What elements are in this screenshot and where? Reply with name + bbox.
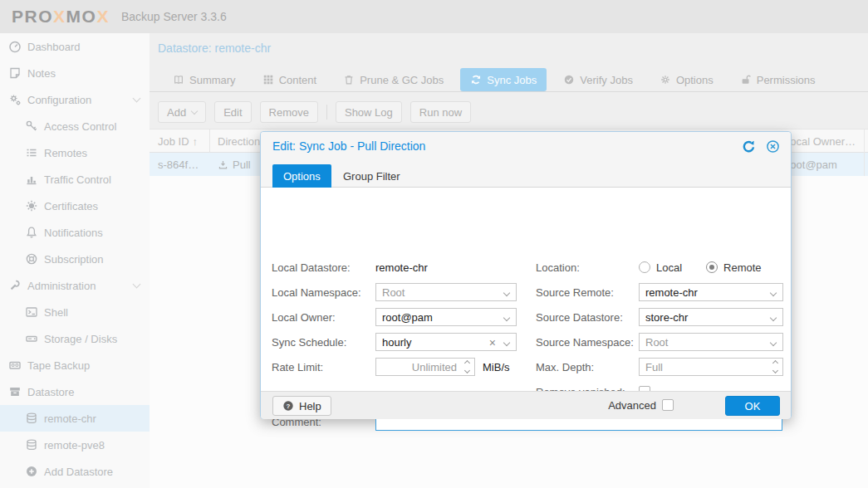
- column-header-job-id[interactable]: Job ID ↑: [150, 129, 209, 153]
- sidebar-item-access-control[interactable]: Access Control: [0, 113, 150, 139]
- svg-text:?: ?: [287, 403, 291, 410]
- tab-permissions[interactable]: Permissions: [730, 68, 826, 91]
- max-depth-label: Max. Depth:: [536, 361, 639, 373]
- book-icon: [173, 74, 184, 85]
- rate-limit-field[interactable]: [375, 358, 475, 376]
- sidebar-item-remote-pve8[interactable]: remote-pve8: [0, 432, 150, 458]
- lifering-icon: [25, 252, 38, 266]
- remove-button[interactable]: Remove: [260, 101, 318, 123]
- source-namespace-label: Source Namespace:: [536, 336, 639, 349]
- max-depth-input[interactable]: [645, 359, 777, 375]
- undo-icon[interactable]: [742, 139, 756, 154]
- sidebar-item-datastore[interactable]: Datastore: [0, 378, 150, 405]
- chevron-down-icon[interactable]: [503, 290, 510, 296]
- chevron-down-icon[interactable]: [133, 281, 141, 289]
- top-header-bar: PROXMOX Backup Server 3.3.6: [0, 0, 868, 33]
- tab-options[interactable]: Options: [272, 164, 331, 188]
- help-button[interactable]: ? Help: [272, 396, 331, 416]
- source-namespace-combo[interactable]: Root: [639, 333, 783, 351]
- column-header-local-owner[interactable]: Local Owner…: [784, 129, 864, 153]
- spinner-buttons[interactable]: [465, 361, 469, 373]
- ok-button[interactable]: OK: [725, 396, 780, 416]
- sidebar-item-certificates[interactable]: Certificates: [0, 193, 150, 219]
- main-tabs: SummaryContentPrune & GC JobsSync JobsVe…: [163, 68, 826, 91]
- sidebar-item-storage-disks[interactable]: Storage / Disks: [0, 325, 150, 352]
- location-local-radio[interactable]: [639, 261, 650, 273]
- local-owner-label: Local Owner:: [272, 311, 375, 324]
- sidebar-nav: DashboardNotesConfigurationAccess Contro…: [0, 33, 150, 488]
- chevron-down-icon[interactable]: [770, 339, 777, 346]
- tabbar-divider: [150, 91, 868, 92]
- sidebar-item-subscription[interactable]: Subscription: [0, 246, 150, 272]
- location-remote-label: Remote: [723, 261, 762, 274]
- rate-limit-label: Rate Limit:: [272, 361, 375, 373]
- gears-icon: [8, 93, 22, 106]
- edit-button[interactable]: Edit: [214, 101, 251, 123]
- bell-icon: [25, 226, 38, 239]
- database-icon: [25, 412, 38, 425]
- grid-toolbar: AddEditRemoveShow LogRun now: [158, 101, 471, 123]
- plus-icon: [25, 465, 38, 478]
- rate-limit-unit: MiB/s: [483, 361, 510, 373]
- sidebar-item-notifications[interactable]: Notifications: [0, 219, 150, 246]
- check-icon: [563, 74, 575, 85]
- sidebar-item-notes[interactable]: Notes: [0, 60, 150, 86]
- chevron-down-icon[interactable]: [503, 315, 510, 321]
- key-icon: [25, 120, 38, 133]
- unlock-icon: [740, 74, 752, 85]
- local-namespace-combo[interactable]: Root: [375, 283, 517, 301]
- sidebar-item-remotes[interactable]: Remotes: [0, 139, 150, 166]
- chevron-down-icon[interactable]: [770, 315, 777, 321]
- advanced-checkbox[interactable]: [662, 399, 674, 411]
- sync-schedule-combo[interactable]: hourly ×: [375, 333, 517, 351]
- location-remote-radio[interactable]: [706, 261, 718, 273]
- chevron-down-icon[interactable]: [503, 339, 510, 346]
- tab-prune-gc-jobs[interactable]: Prune & GC Jobs: [333, 68, 454, 91]
- max-depth-field[interactable]: [639, 358, 783, 376]
- location-label: Location:: [536, 261, 639, 274]
- sidebar-item-traffic-control[interactable]: Traffic Control: [0, 166, 150, 193]
- tab-summary[interactable]: Summary: [163, 68, 246, 91]
- close-icon[interactable]: [766, 139, 780, 154]
- dialog-tabbar: Options Group Filter: [261, 160, 791, 188]
- tab-sync-jobs[interactable]: Sync Jobs: [460, 68, 547, 91]
- cell-job-id: s-864f…: [150, 153, 209, 176]
- note-icon: [8, 66, 22, 80]
- tab-options[interactable]: Options: [650, 68, 723, 91]
- tab-content[interactable]: Content: [253, 68, 327, 91]
- local-namespace-label: Local Namespace:: [272, 286, 375, 299]
- sort-asc-icon: ↑: [193, 135, 199, 148]
- dialog-header[interactable]: Edit: Sync Job - Pull Direction: [261, 132, 791, 160]
- toolbar-separator: [326, 105, 327, 120]
- tape-icon: [8, 359, 22, 372]
- chevron-down-icon: [191, 107, 198, 114]
- source-remote-combo[interactable]: remote-chr: [639, 283, 783, 301]
- sidebar-item-shell[interactable]: Shell: [0, 299, 150, 325]
- seal-icon: [25, 199, 38, 212]
- local-owner-combo[interactable]: root@pam: [375, 308, 517, 326]
- add-button[interactable]: Add: [158, 101, 206, 123]
- tab-verify-jobs[interactable]: Verify Jobs: [553, 68, 643, 91]
- sidebar-item-dashboard[interactable]: Dashboard: [0, 33, 150, 60]
- database-icon: [25, 438, 38, 451]
- rate-limit-input[interactable]: [382, 359, 468, 375]
- chart-icon: [25, 173, 38, 186]
- gauge-icon: [8, 40, 22, 53]
- advanced-label: Advanced: [608, 399, 656, 412]
- run-now-button[interactable]: Run now: [410, 101, 471, 123]
- grid-icon: [262, 74, 274, 85]
- tab-group-filter[interactable]: Group Filter: [332, 164, 411, 188]
- clear-icon[interactable]: ×: [489, 336, 496, 349]
- page-title: Datastore: remote-chr: [158, 41, 271, 55]
- chevron-down-icon[interactable]: [770, 290, 777, 296]
- show-log-button[interactable]: Show Log: [336, 101, 402, 123]
- terminal-icon: [25, 305, 38, 319]
- sidebar-item-configuration[interactable]: Configuration: [0, 86, 150, 113]
- chevron-down-icon[interactable]: [133, 95, 141, 103]
- source-datastore-combo[interactable]: store-chr: [639, 308, 783, 326]
- sidebar-item-tape-backup[interactable]: Tape Backup: [0, 352, 150, 378]
- sidebar-item-remote-chr[interactable]: remote-chr: [0, 405, 150, 432]
- sidebar-item-add-datastore[interactable]: Add Datastore: [0, 458, 150, 485]
- sidebar-item-administration[interactable]: Administration: [0, 272, 150, 299]
- spinner-buttons[interactable]: [773, 361, 777, 373]
